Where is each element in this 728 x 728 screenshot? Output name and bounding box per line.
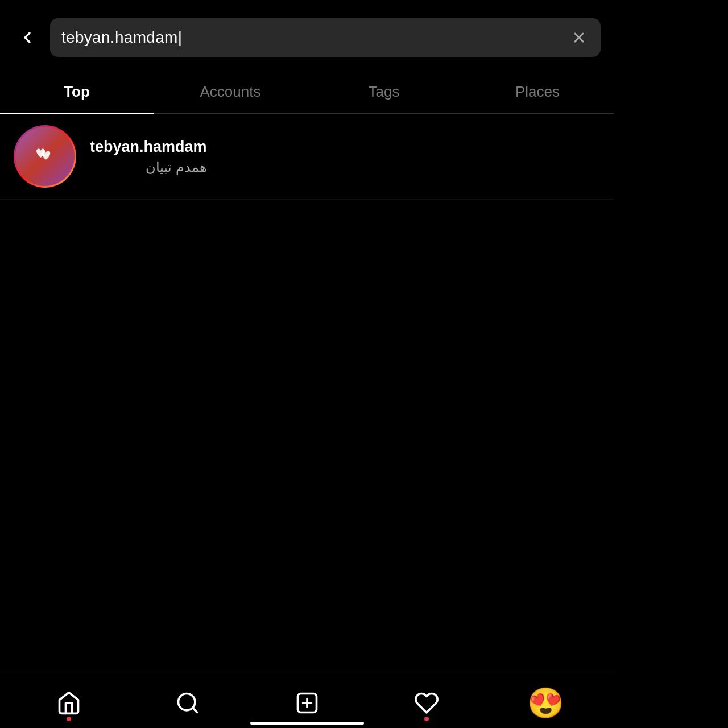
search-result-item[interactable]: tebyan.hamdam همدم تبیان bbox=[0, 114, 614, 200]
svg-line-3 bbox=[193, 708, 197, 713]
nav-search[interactable] bbox=[165, 688, 210, 718]
account-display-name: همدم تبیان bbox=[90, 159, 207, 175]
search-icon bbox=[173, 688, 202, 718]
nav-home[interactable] bbox=[46, 688, 92, 718]
clear-button[interactable] bbox=[569, 27, 589, 48]
account-info: tebyan.hamdam همدم تبیان bbox=[90, 138, 207, 175]
nav-profile[interactable]: 😍 bbox=[523, 687, 568, 719]
tab-places[interactable]: Places bbox=[461, 71, 614, 113]
activity-notification-dot bbox=[424, 717, 429, 721]
nav-create[interactable] bbox=[284, 688, 330, 718]
home-indicator bbox=[250, 722, 364, 725]
bottom-nav: 😍 bbox=[0, 673, 614, 728]
heart-logo-icon bbox=[29, 140, 61, 172]
create-icon bbox=[292, 688, 322, 718]
avatar bbox=[14, 125, 76, 188]
tab-tags[interactable]: Tags bbox=[307, 71, 461, 113]
home-notification-dot bbox=[67, 717, 71, 721]
search-input-value[interactable]: tebyan.hamdam bbox=[61, 28, 182, 47]
home-icon bbox=[54, 688, 84, 718]
header: tebyan.hamdam bbox=[0, 0, 614, 66]
profile-emoji: 😍 bbox=[530, 687, 561, 719]
account-username: tebyan.hamdam bbox=[90, 138, 207, 156]
back-button[interactable] bbox=[14, 24, 41, 51]
tab-accounts[interactable]: Accounts bbox=[154, 71, 307, 113]
search-tabs: Top Accounts Tags Places bbox=[0, 71, 614, 114]
search-bar[interactable]: tebyan.hamdam bbox=[50, 18, 601, 57]
activity-icon bbox=[412, 688, 441, 718]
avatar-inner bbox=[15, 127, 75, 186]
tab-top[interactable]: Top bbox=[0, 71, 154, 113]
nav-activity[interactable] bbox=[404, 688, 449, 718]
